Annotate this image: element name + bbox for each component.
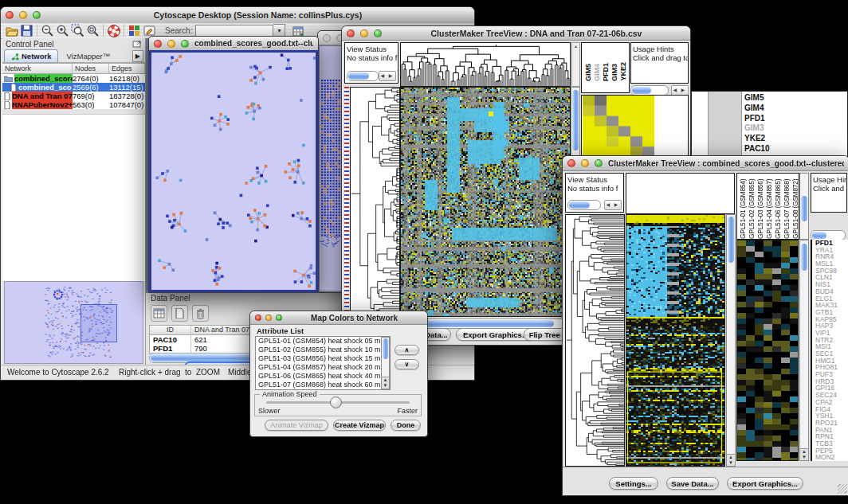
minimize-button[interactable] [581, 159, 589, 167]
scrollbar-arrows[interactable]: ◀ ▶ [379, 71, 396, 81]
settings-button[interactable]: Settings... [609, 477, 658, 490]
attribute-list-item[interactable]: GPL51-06 (GSM865) heat shock 40 min [258, 372, 390, 381]
minimize-button[interactable] [19, 11, 27, 19]
zoom-out-button[interactable] [40, 23, 55, 38]
scrollbar-arrows[interactable]: ▲▼ [800, 448, 808, 460]
heatmap-vscrollbar[interactable]: ▲▼ [726, 214, 736, 467]
column-label[interactable]: GPL51-08 (GSM872) [791, 174, 799, 239]
scrollbar-thumb[interactable] [569, 201, 590, 209]
minimize-button[interactable] [265, 315, 272, 321]
zoom-matrix-panel[interactable] [581, 95, 689, 158]
speed-slider-thumb[interactable] [330, 397, 342, 408]
attribute-list-item[interactable]: GPL51-03 (GSM856) heat shock 15 min [258, 354, 390, 363]
close-button[interactable] [567, 159, 575, 167]
zoom-selected-button[interactable] [70, 23, 85, 38]
zoom-fit-button[interactable] [85, 23, 100, 38]
float-panel-icon[interactable] [132, 37, 142, 51]
zoom-window-button[interactable] [595, 159, 603, 167]
birdseye-view[interactable] [4, 281, 143, 364]
view-status-hscrollbar[interactable] [347, 71, 379, 81]
heatmap-canvas[interactable] [626, 215, 724, 466]
fragment-scroll-track[interactable] [708, 92, 742, 157]
network-row[interactable]: combined_scores 2764(0) 16218(0) [2, 74, 145, 83]
mini-vscrollbar[interactable]: ▴ [571, 42, 580, 87]
attribute-list-item[interactable]: GPL51-01 (GSM854) heat shock 05 min [258, 337, 390, 346]
zoom-matrix-canvas[interactable] [583, 96, 654, 157]
minimize-button[interactable] [360, 29, 368, 37]
scrollbar-thumb[interactable] [572, 90, 579, 150]
zoom-window-button[interactable] [33, 11, 41, 19]
gene-label[interactable]: GIM3 [744, 123, 770, 134]
zoom-window-button[interactable] [374, 29, 382, 37]
column-label[interactable]: GIM4 [593, 64, 601, 81]
scrollbar-thumb[interactable] [348, 72, 369, 80]
column-label[interactable]: GPL51-07 (GSM868) [783, 174, 791, 239]
tab-vizmapper[interactable]: VizMapper™ [58, 50, 118, 62]
network-row[interactable]: DNA and Tran 07 769(0) 183728(0) [2, 92, 145, 100]
close-button[interactable] [255, 315, 261, 321]
zoom-window-button[interactable] [181, 40, 189, 48]
main-titlebar[interactable]: Cytoscape Desktop (Session Name: collins… [1, 7, 474, 24]
tab-network[interactable]: Network [4, 49, 58, 62]
move-down-button[interactable]: ∨ [395, 359, 419, 369]
done-button[interactable]: Done [391, 420, 421, 431]
scrollbar-thumb[interactable] [407, 320, 554, 327]
column-label[interactable]: GPL51-01 (GSM854) [739, 174, 748, 239]
left-dendrogram-panel[interactable] [565, 214, 625, 467]
treeview1-titlebar[interactable]: ClusterMaker TreeView : DNA and Tran 07-… [342, 26, 690, 41]
left-dendrogram-canvas[interactable] [351, 88, 399, 317]
scrollbar-thumb[interactable] [383, 338, 388, 359]
gene-list-item[interactable]: MON2 [815, 454, 848, 461]
attribute-list-item[interactable]: GPL51-07 (GSM868) heat shock 60 min [258, 381, 390, 389]
heatmap-canvas[interactable] [401, 88, 570, 316]
column-label[interactable]: GPL51-03 (GSM856) [756, 174, 765, 239]
column-label[interactable]: GPL51-02 (GSM855) [748, 174, 756, 239]
gene-label[interactable]: GIM5 [744, 93, 770, 104]
close-button[interactable] [6, 11, 14, 19]
column-label[interactable]: GIM3 [610, 64, 618, 81]
network-clusters-canvas[interactable] [151, 53, 316, 290]
column-label[interactable]: GIM5 [584, 64, 592, 81]
delete-attribute-button[interactable] [192, 305, 209, 322]
scrollbar-arrows[interactable]: ▲▼ [382, 377, 389, 389]
zoom-vscrollbar[interactable]: ▲▼ [799, 240, 809, 461]
labels-vscrollbar[interactable] [799, 173, 809, 240]
animate-vizmap-button[interactable]: Animate Vizmap [265, 420, 328, 431]
scrollbar-thumb[interactable] [632, 87, 651, 94]
scrollbar-arrows[interactable]: ▲▼ [727, 454, 735, 466]
attribute-list-vscrollbar[interactable]: ▲▼ [381, 337, 390, 389]
heatmap-panel[interactable] [626, 214, 725, 467]
column-label[interactable]: GPL51-04 (GSM857) [765, 174, 774, 239]
gene-label[interactable]: PFD1 [744, 114, 770, 124]
left-dendrogram-canvas[interactable] [566, 215, 624, 466]
resize-grip[interactable] [838, 484, 847, 494]
close-button[interactable] [154, 40, 162, 48]
help-lifesaver-button[interactable] [106, 23, 121, 38]
create-vizmap-button[interactable]: Create Vizmap [333, 420, 386, 431]
new-attribute-button[interactable] [171, 305, 188, 322]
zoom-heatmap-panel[interactable] [736, 240, 799, 461]
scrollbar-thumb[interactable] [801, 196, 807, 221]
column-label[interactable]: PFD1 [602, 63, 610, 81]
scrollbar-thumb[interactable] [812, 232, 826, 239]
search-input[interactable] [195, 25, 273, 37]
gene-label[interactable]: PAC10 [744, 144, 770, 154]
move-up-button[interactable]: ∧ [395, 345, 419, 355]
left-dendrogram-panel[interactable] [350, 87, 400, 318]
attribute-list-item[interactable]: GPL51-04 (GSM857) heat shock 20 min [258, 363, 390, 372]
save-data-button[interactable]: Save Data... [666, 477, 719, 490]
save-session-button[interactable] [19, 23, 34, 38]
select-attributes-button[interactable] [151, 305, 167, 322]
open-session-button[interactable] [4, 23, 19, 38]
birdseye-canvas[interactable] [6, 283, 139, 360]
zoom-window-button[interactable] [276, 315, 282, 321]
heatmap-panel[interactable] [400, 87, 571, 317]
close-button[interactable] [323, 34, 331, 42]
column-label[interactable]: YKE2 [619, 62, 627, 81]
gene-label[interactable]: YKE2 [744, 134, 770, 144]
close-button[interactable] [347, 29, 355, 37]
treeview2-titlebar[interactable]: ClusterMaker TreeView : combined_scores_… [563, 156, 848, 171]
attribute-list-item[interactable]: GPL51-02 (GSM855) heat shock 10 min [258, 346, 390, 354]
top-dendrogram-panel[interactable] [400, 42, 571, 87]
network-view-titlebar[interactable]: combined_scores_good.txt--cluste... [149, 37, 318, 51]
